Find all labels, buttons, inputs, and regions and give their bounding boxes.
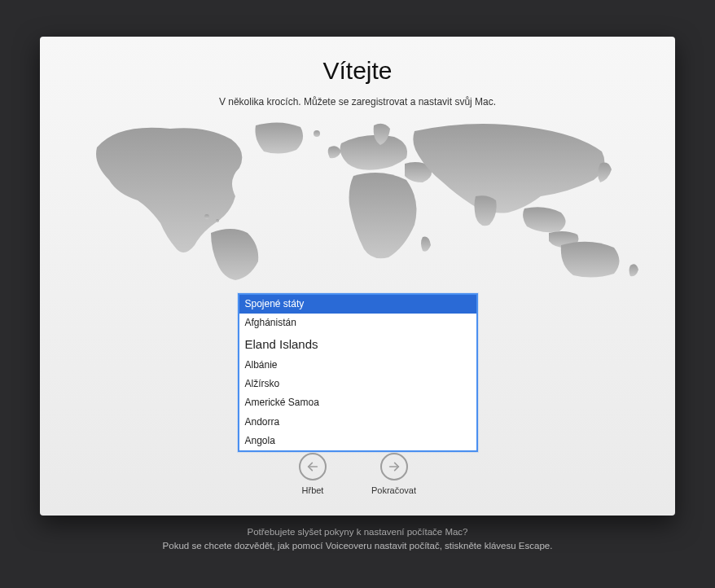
welcome-subtitle: V několika krocích. Můžete se zaregistro… bbox=[219, 96, 496, 108]
continue-button[interactable]: Pokračovat bbox=[371, 453, 416, 495]
svg-point-2 bbox=[314, 130, 320, 137]
voiceover-hint: Potřebujete slyšet pokyny k nastavení po… bbox=[163, 525, 553, 554]
svg-point-1 bbox=[216, 219, 219, 222]
country-option[interactable]: Alžírsko bbox=[239, 375, 476, 393]
country-option[interactable]: Spojené státy bbox=[239, 295, 476, 314]
voiceover-hint-line2: Pokud se chcete dozvědět, jak pomocí Voi… bbox=[163, 539, 553, 553]
arrow-left-icon bbox=[299, 453, 327, 480]
continue-label: Pokračovat bbox=[371, 485, 416, 495]
country-option[interactable]: Americké Samoa bbox=[239, 393, 476, 412]
svg-point-0 bbox=[204, 214, 209, 219]
country-listbox[interactable]: Spojené státyAfghánistánEland IslandsAlb… bbox=[238, 293, 478, 452]
voiceover-hint-line1: Potřebujete slyšet pokyny k nastavení po… bbox=[163, 525, 553, 539]
country-option[interactable]: Albánie bbox=[239, 356, 476, 375]
country-option[interactable]: Angola bbox=[239, 432, 476, 450]
country-option[interactable]: Afghánistán bbox=[239, 314, 476, 332]
back-button[interactable]: Hřbet bbox=[299, 453, 327, 495]
setup-panel: Vítejte V několika krocích. Můžete se za… bbox=[40, 37, 675, 516]
arrow-right-icon bbox=[380, 453, 408, 480]
navigation-row: Hřbet Pokračovat bbox=[40, 453, 675, 495]
world-map-image bbox=[72, 119, 643, 282]
welcome-title: Vítejte bbox=[322, 57, 392, 85]
country-option[interactable]: Andorra bbox=[239, 413, 476, 432]
back-label: Hřbet bbox=[302, 485, 324, 495]
country-option[interactable]: Eland Islands bbox=[239, 333, 476, 356]
